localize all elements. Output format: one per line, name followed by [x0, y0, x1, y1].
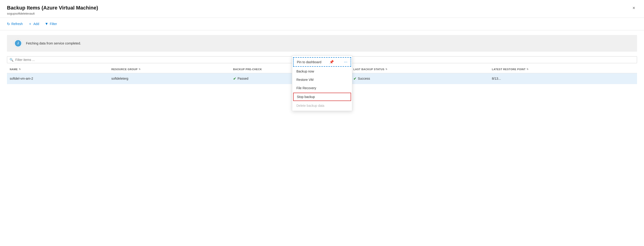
- context-menu-pin-to-dashboard[interactable]: Pin to dashboard 📌 ···: [293, 57, 351, 67]
- filter-label: Filter: [50, 22, 57, 26]
- cell-resource-group: softdeleterg: [108, 73, 230, 84]
- panel-header: Backup Items (Azure Virtual Machine) sog…: [0, 0, 644, 18]
- filter-button[interactable]: ▼ Filter: [45, 21, 57, 27]
- col-resource-group-label: RESOURCE GROUP: [111, 68, 138, 71]
- panel-title-block: Backup Items (Azure Virtual Machine) sog…: [7, 5, 98, 15]
- info-message: Fetching data from service completed.: [26, 42, 81, 45]
- refresh-label: Refresh: [11, 22, 23, 26]
- backup-pre-check-value: Passed: [238, 77, 248, 80]
- toolbar: ↻ Refresh ＋ Add ▼ Filter: [0, 18, 644, 30]
- context-menu-restore-vm[interactable]: Restore VM: [292, 76, 352, 84]
- row-resource-group-value: softdeleterg: [111, 77, 128, 80]
- col-backup-pre-check-label: BACKUP PRE-CHECK: [233, 68, 262, 71]
- close-button[interactable]: ×: [630, 5, 637, 11]
- context-menu-stop-backup[interactable]: Stop backup: [293, 93, 351, 101]
- backup-now-label: Backup now: [296, 70, 314, 73]
- col-name-label: NAME: [10, 68, 18, 71]
- info-bar: i Fetching data from service completed.: [7, 35, 637, 52]
- row-name-value: softdel-vm-am-2: [10, 77, 33, 80]
- backup-items-panel: Backup Items (Azure Virtual Machine) sog…: [0, 0, 644, 246]
- cell-last-backup-status: ✔ Success: [350, 73, 489, 84]
- context-menu: Pin to dashboard 📌 ··· Backup now Restor…: [292, 56, 352, 111]
- refresh-icon: ↻: [7, 22, 10, 26]
- search-icon: 🔍: [10, 58, 14, 62]
- pin-icon: 📌: [329, 60, 334, 64]
- cell-name: softdel-vm-am-2: [7, 73, 108, 84]
- panel-title: Backup Items (Azure Virtual Machine): [7, 5, 98, 11]
- col-resource-group-sort-icon[interactable]: ⇅: [138, 68, 141, 70]
- last-backup-status: ✔ Success: [354, 76, 486, 81]
- context-menu-file-recovery[interactable]: File Recovery: [292, 84, 352, 92]
- more-dots-icon[interactable]: ···: [344, 60, 348, 64]
- col-latest-restore-point-sort-icon[interactable]: ⇅: [526, 68, 528, 70]
- stop-backup-label: Stop backup: [297, 95, 315, 99]
- restore-vm-label: Restore VM: [296, 78, 314, 82]
- last-backup-status-value: Success: [358, 77, 370, 80]
- filter-icon: ▼: [45, 22, 48, 26]
- refresh-button[interactable]: ↻ Refresh: [7, 21, 23, 27]
- add-label: Add: [33, 22, 39, 26]
- col-last-backup-status: LAST BACKUP STATUS ⇅: [350, 66, 489, 73]
- file-recovery-label: File Recovery: [296, 86, 316, 90]
- col-last-backup-status-sort-icon[interactable]: ⇅: [386, 68, 388, 70]
- col-latest-restore-point-label: LATEST RESTORE POINT: [492, 68, 526, 71]
- cell-latest-restore-point: 8/13...: [489, 73, 637, 84]
- pin-to-dashboard-label: Pin to dashboard: [297, 60, 322, 64]
- info-icon: i: [15, 40, 21, 46]
- last-backup-status-icon: ✔: [354, 76, 356, 81]
- col-latest-restore-point: LATEST RESTORE POINT ⇅: [489, 66, 637, 73]
- delete-backup-data-label: Delete backup data: [296, 104, 324, 108]
- latest-restore-point-value: 8/13...: [492, 77, 501, 80]
- panel-subtitle: sogupsoftdeletevault: [7, 12, 98, 15]
- info-icon-circle: i: [14, 39, 22, 48]
- add-button[interactable]: ＋ Add: [28, 20, 39, 27]
- context-menu-backup-now[interactable]: Backup now: [292, 67, 352, 76]
- col-name-sort-icon[interactable]: ⇅: [19, 68, 21, 70]
- col-name: NAME ⇅: [7, 66, 108, 73]
- backup-pre-check-icon: ✔: [233, 76, 236, 81]
- col-last-backup-status-label: LAST BACKUP STATUS: [354, 68, 384, 71]
- add-icon: ＋: [28, 22, 32, 26]
- context-menu-delete-backup-data: Delete backup data: [292, 102, 352, 110]
- col-resource-group: RESOURCE GROUP ⇅: [108, 66, 230, 73]
